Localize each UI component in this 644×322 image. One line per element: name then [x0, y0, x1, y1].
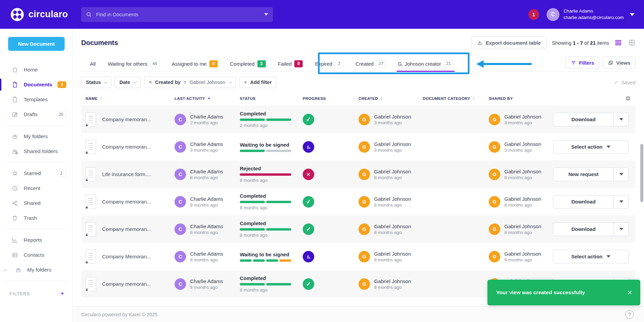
table-row[interactable]: Company memoran... C Charlie Adams 8 mon…	[81, 188, 636, 215]
user-name: Charlie Adams	[564, 8, 624, 14]
table-row[interactable]: Company memoran... C Charlie Adams 3 mon…	[81, 133, 636, 160]
tab-expired[interactable]: Expired 2	[315, 56, 343, 71]
column-header-document-category[interactable]: DOCUMENT CATEGORY ▲▼	[418, 96, 484, 101]
remove-filter-icon[interactable]: ×	[149, 79, 152, 86]
help-button[interactable]: ?	[625, 310, 634, 319]
status-time: 8 months ago	[240, 287, 268, 293]
progress-bar	[240, 201, 291, 203]
sidebar-item-my-folders[interactable]: ▷ My folders	[0, 129, 72, 144]
document-name[interactable]: Life insurance form....	[102, 171, 151, 177]
action-button[interactable]: Download	[553, 195, 629, 209]
vertical-scrollbar[interactable]	[640, 144, 643, 202]
sidebar-item-trash[interactable]: ▷ Trash	[0, 211, 72, 226]
tab-created[interactable]: Created 27	[355, 56, 386, 71]
column-header-progress[interactable]: PROGRESS	[298, 96, 354, 101]
sidebar-item-drafts[interactable]: ▷ Drafts 20	[0, 107, 72, 122]
progress-bar	[240, 259, 291, 262]
action-dropdown-caret-icon[interactable]	[619, 173, 623, 175]
tab-waiting-for-others[interactable]: Waiting for others 44	[108, 56, 160, 71]
document-name[interactable]: Company memoran...	[102, 281, 151, 287]
search-input[interactable]	[96, 12, 260, 17]
sidebar-item-recent[interactable]: ▷ Recent	[0, 181, 72, 196]
action-button[interactable]: Download	[553, 222, 629, 236]
brand[interactable]: circularo	[0, 7, 73, 22]
column-header-last-activity[interactable]: LAST ACTIVITY ▼	[170, 96, 235, 101]
action-dropdown-caret-icon[interactable]	[619, 118, 623, 121]
tab-failed[interactable]: Failed 0	[278, 56, 303, 71]
document-name[interactable]: Company memoran...	[102, 199, 151, 205]
add-filter-button[interactable]: + Add filter	[239, 77, 277, 88]
action-cell: New request	[549, 168, 636, 181]
sort-icon[interactable]: ▲▼	[473, 96, 475, 101]
new-document-button[interactable]: New Document	[8, 37, 65, 51]
column-header-created[interactable]: CREATED ▲▼	[354, 96, 418, 101]
sidebar-item-my-folders[interactable]: ▷ My folders	[0, 262, 72, 277]
global-search[interactable]	[81, 7, 273, 22]
table-row[interactable]: Company Memoran... C Charlie Adams 8 mon…	[81, 243, 636, 270]
add-filter-plus-icon[interactable]: +	[60, 290, 64, 298]
column-header-status[interactable]: STATUS	[235, 96, 298, 101]
status-cell: Completed 8 months ago	[235, 275, 298, 293]
sidebar-item-starred[interactable]: ▷ Starred 2	[0, 166, 72, 181]
sort-icon[interactable]: ▼	[207, 97, 210, 100]
sort-icon[interactable]: ▲▼	[100, 96, 102, 101]
action-dropdown-caret-icon[interactable]	[619, 228, 623, 230]
document-name[interactable]: Company Memoran...	[102, 254, 151, 259]
toast-close-icon[interactable]: ×	[627, 288, 632, 297]
action-button[interactable]: Select action	[553, 140, 629, 154]
action-button[interactable]: Select action	[553, 250, 629, 263]
avatar: C	[175, 223, 186, 235]
plus-icon: +	[244, 79, 247, 86]
action-button[interactable]: Download	[553, 113, 629, 126]
created-by-filter-chip[interactable]: × Created by = Gabriel Johnson	[144, 77, 236, 88]
filters-button[interactable]: Filters	[566, 57, 599, 69]
views-button[interactable]: Views	[603, 57, 636, 69]
column-header-name[interactable]: NAME ▲▼	[81, 96, 170, 101]
list-view-icon[interactable]	[615, 39, 622, 46]
table-row[interactable]: Company memoran... C Charlie Adams 2 mon…	[81, 106, 636, 133]
sidebar-item-contacts[interactable]: ▷ Contacts	[0, 248, 72, 262]
column-header-shared-by[interactable]: SHARED BY	[484, 96, 549, 101]
status-cell: Rejected 8 months ago	[235, 166, 298, 183]
search-scope-chevron-icon[interactable]	[264, 13, 268, 16]
tab-completed[interactable]: Completed 2	[230, 56, 266, 71]
user-menu[interactable]: C Charlie Adams charlie.adams@circularo.…	[547, 8, 635, 21]
sidebar-item-home[interactable]: ▷ Home	[0, 62, 72, 77]
user-menu-chevron-icon[interactable]	[630, 13, 635, 16]
expand-chevron-icon[interactable]: ▷	[4, 268, 7, 272]
action-dropdown-caret-icon[interactable]	[606, 146, 611, 148]
column-settings-gear-icon[interactable]: ⚙	[625, 95, 636, 102]
tab-all[interactable]: All	[90, 56, 96, 71]
avatar: G	[359, 114, 370, 125]
document-name[interactable]: Company memoran...	[102, 144, 151, 150]
lock-icon	[84, 205, 90, 210]
export-document-table-button[interactable]: Export document table	[471, 36, 547, 49]
table-row[interactable]: Life insurance form.... C Charlie Adams …	[81, 160, 636, 188]
sidebar-item-reports[interactable]: ▷ Reports	[0, 233, 72, 248]
user-avatar: C	[547, 8, 559, 21]
notification-badge[interactable]: 1	[528, 9, 539, 20]
action-dropdown-caret-icon[interactable]	[606, 255, 611, 258]
grid-view-icon[interactable]	[628, 39, 636, 46]
sidebar-item-shared[interactable]: ▷ Shared	[0, 196, 72, 211]
shared-by-cell: G Gabriel Johnson 3 months ago	[484, 141, 549, 153]
sidebar-item-shared-folders[interactable]: ▷ Shared folders	[0, 144, 72, 159]
date-filter-dropdown[interactable]: Date	[115, 77, 140, 88]
action-button[interactable]: New request	[553, 168, 629, 181]
topbar: circularo 1 C Charlie Adams charlie.adam…	[0, 0, 644, 29]
table-row[interactable]: Company memoran... C Charlie Adams 8 mon…	[81, 215, 636, 243]
tab-assigned-to-me[interactable]: Assigned to me 0	[172, 56, 218, 71]
home-icon	[12, 66, 18, 73]
sort-icon[interactable]: ▲▼	[381, 96, 383, 101]
document-name[interactable]: Company memoran...	[102, 226, 151, 232]
action-cell: Download	[549, 113, 636, 126]
avatar: C	[175, 114, 186, 125]
tab-g-johnson-creator[interactable]: G. Johnson creator 21	[398, 56, 453, 71]
action-dropdown-caret-icon[interactable]	[619, 200, 623, 203]
trash-icon	[12, 215, 18, 221]
sidebar-item-templates[interactable]: ▷ Templates	[0, 92, 72, 107]
sidebar-item-documents[interactable]: ▷ Documents 2	[0, 77, 72, 92]
sidebar-item-label: Shared	[24, 200, 66, 206]
status-filter-dropdown[interactable]: Status	[81, 77, 111, 88]
document-name[interactable]: Company memoran...	[102, 116, 151, 122]
